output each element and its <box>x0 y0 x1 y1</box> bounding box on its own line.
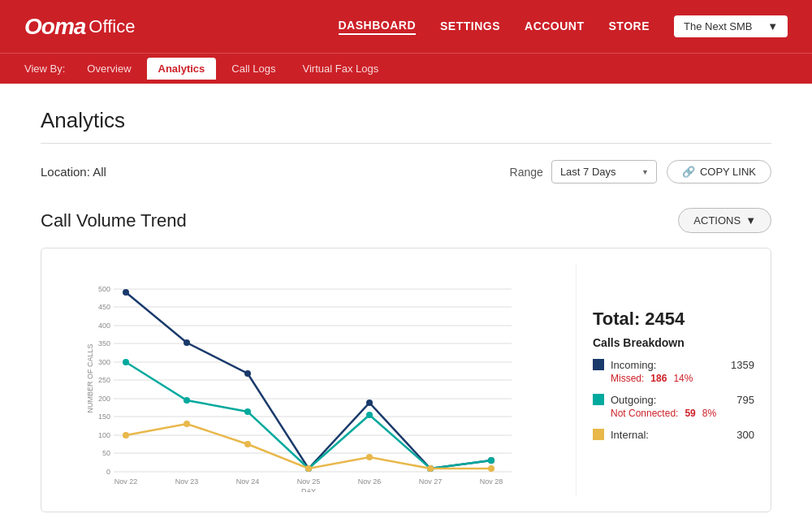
total-label: Total: 2454 <box>593 309 754 330</box>
svg-text:200: 200 <box>98 395 110 403</box>
svg-text:400: 400 <box>98 322 110 330</box>
divider <box>41 143 771 144</box>
svg-text:Nov 24: Nov 24 <box>236 477 260 486</box>
controls-row: Location: All Range Last 7 Days Last 30 … <box>41 160 771 184</box>
svg-rect-54 <box>593 429 604 440</box>
missed-value: 186 <box>650 373 667 384</box>
copy-link-label: COPY LINK <box>700 166 756 178</box>
internal-value: 300 <box>736 429 754 441</box>
chevron-down-icon: ▼ <box>745 214 756 227</box>
account-selector-label: The Next SMB <box>684 20 753 32</box>
incoming-breakdown: Incoming: 1359 Missed: 186 14% <box>593 359 754 384</box>
svg-point-50 <box>427 465 434 472</box>
main-content: Analytics Location: All Range Last 7 Day… <box>0 84 812 514</box>
svg-point-48 <box>305 465 312 472</box>
tab-analytics[interactable]: Analytics <box>147 58 217 80</box>
copy-link-button[interactable]: 🔗 COPY LINK <box>667 160 771 184</box>
actions-label: ACTIONS <box>693 214 741 227</box>
view-by-label: View By: <box>24 63 65 75</box>
logo-ooma: Ooma <box>24 14 85 40</box>
svg-point-32 <box>184 339 190 346</box>
missed-label: Missed: <box>611 373 644 384</box>
range-select-wrapper: Last 7 Days Last 30 Days Last 90 Days Cu… <box>551 160 657 184</box>
svg-point-51 <box>488 465 495 472</box>
breakdown-title: Calls Breakdown <box>593 336 754 349</box>
svg-text:50: 50 <box>102 449 110 457</box>
range-label: Range <box>510 166 543 179</box>
not-connected-label: Not Connected: <box>611 408 678 419</box>
svg-point-33 <box>244 370 251 377</box>
svg-text:Nov 23: Nov 23 <box>175 477 199 486</box>
logo-office: Office <box>89 16 135 37</box>
incoming-color <box>593 359 604 370</box>
location-label: Location: All <box>41 165 510 179</box>
chart-area: NUMBER OF CALLS 0 50 100 150 200 250 300 <box>58 265 559 495</box>
svg-text:Nov 22: Nov 22 <box>114 477 138 486</box>
svg-text:0: 0 <box>106 468 110 476</box>
svg-point-42 <box>366 412 373 418</box>
svg-text:500: 500 <box>98 285 110 293</box>
nav-dashboard[interactable]: DASHBOARD <box>339 19 417 35</box>
svg-text:150: 150 <box>98 412 110 421</box>
svg-text:Nov 25: Nov 25 <box>297 477 321 486</box>
chart-container: NUMBER OF CALLS 0 50 100 150 200 250 300 <box>41 248 771 512</box>
chart-svg: NUMBER OF CALLS 0 50 100 150 200 250 300 <box>58 265 559 492</box>
main-nav: DASHBOARD SETTINGS ACCOUNT STORE <box>339 19 650 35</box>
account-selector[interactable]: The Next SMB ▼ <box>674 15 788 37</box>
outgoing-value: 795 <box>736 394 754 406</box>
svg-rect-52 <box>593 359 604 370</box>
chevron-down-icon: ▼ <box>767 20 778 32</box>
section-title-row: Call Volume Trend ACTIONS ▼ <box>41 208 771 233</box>
tab-call-logs[interactable]: Call Logs <box>220 58 287 80</box>
svg-text:450: 450 <box>98 303 110 311</box>
link-icon: 🔗 <box>682 166 695 178</box>
not-connected-row: Not Connected: 59 8% <box>593 408 754 419</box>
svg-point-40 <box>244 408 251 415</box>
sub-nav: View By: Overview Analytics Call Logs Vi… <box>0 53 812 84</box>
outgoing-row: Outgoing: 795 <box>593 394 754 406</box>
nav-settings[interactable]: SETTINGS <box>440 19 500 34</box>
incoming-label: Incoming: <box>611 359 724 371</box>
svg-text:Nov 27: Nov 27 <box>419 477 443 486</box>
incoming-value: 1359 <box>731 359 754 371</box>
svg-text:350: 350 <box>98 339 110 348</box>
top-header: Ooma Office DASHBOARD SETTINGS ACCOUNT S… <box>0 0 812 53</box>
svg-rect-53 <box>593 394 604 405</box>
incoming-row: Incoming: 1359 <box>593 359 754 371</box>
svg-point-44 <box>488 457 495 464</box>
svg-point-49 <box>366 454 373 460</box>
missed-pct: 14% <box>673 373 693 384</box>
not-connected-pct: 8% <box>702 408 716 419</box>
page-title: Analytics <box>41 108 771 133</box>
svg-text:Nov 26: Nov 26 <box>358 477 382 486</box>
nav-account[interactable]: ACCOUNT <box>525 19 585 34</box>
outgoing-breakdown: Outgoing: 795 Not Connected: 59 8% <box>593 394 754 419</box>
svg-point-35 <box>366 400 373 406</box>
chart-legend: Total: 2454 Calls Breakdown Incoming: 13… <box>576 265 754 495</box>
tab-overview[interactable]: Overview <box>76 58 142 80</box>
internal-label: Internal: <box>611 429 730 441</box>
svg-point-45 <box>123 432 129 438</box>
missed-row: Missed: 186 14% <box>593 373 754 384</box>
actions-button[interactable]: ACTIONS ▼ <box>678 208 771 233</box>
outgoing-label: Outgoing: <box>611 394 730 406</box>
range-select[interactable]: Last 7 Days Last 30 Days Last 90 Days Cu… <box>551 160 657 184</box>
svg-text:100: 100 <box>98 431 110 439</box>
internal-breakdown: Internal: 300 <box>593 429 754 443</box>
svg-point-39 <box>184 397 190 404</box>
svg-text:Nov 28: Nov 28 <box>480 477 503 486</box>
internal-color <box>593 429 604 440</box>
internal-row: Internal: 300 <box>593 429 754 441</box>
svg-text:NUMBER OF CALLS: NUMBER OF CALLS <box>86 343 94 412</box>
svg-text:DAY: DAY <box>301 487 316 492</box>
logo-area: Ooma Office <box>24 14 135 40</box>
svg-text:250: 250 <box>98 376 110 384</box>
svg-point-31 <box>123 289 129 296</box>
svg-text:300: 300 <box>98 358 110 366</box>
nav-store[interactable]: STORE <box>609 19 650 34</box>
svg-point-38 <box>123 359 129 365</box>
svg-point-46 <box>184 421 190 427</box>
not-connected-value: 59 <box>685 408 695 419</box>
outgoing-color <box>593 394 604 405</box>
tab-virtual-fax-logs[interactable]: Virtual Fax Logs <box>292 58 391 80</box>
